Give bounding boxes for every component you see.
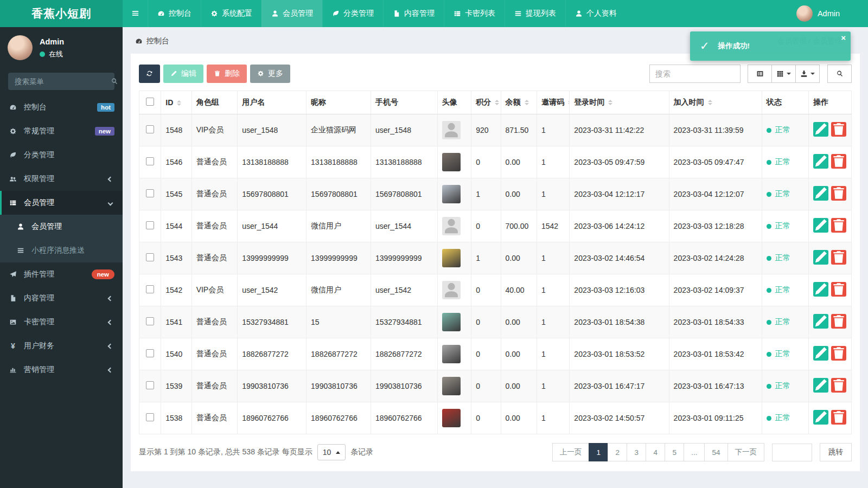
avatar [796,5,813,22]
table-search-input[interactable] [649,65,741,83]
close-icon[interactable]: × [841,33,846,42]
sidebar-item-3[interactable]: 权限管理 [0,167,123,191]
list-icon [514,9,522,18]
toolbar-delete-button[interactable]: 删除 [207,65,247,83]
delete-button[interactable] [831,186,846,201]
row-checkbox[interactable] [146,413,154,421]
next-page-button[interactable]: 下一页 [727,443,765,461]
search-button[interactable] [827,65,852,83]
delete-button[interactable] [831,378,846,393]
page-button-1[interactable]: 1 [589,443,608,461]
jump-page-input[interactable] [772,444,812,461]
nav-item-3[interactable]: 分类管理 [322,0,383,27]
dashboard-icon [157,9,165,18]
sidebar: Admin 在线 控制台hot常规管理new分类管理权限管理会员管理会员管理小程… [0,27,123,488]
menu-search-input[interactable] [15,78,111,86]
page-button-54[interactable]: 54 [704,443,727,461]
column-header[interactable]: 加入时间 [669,91,762,114]
sidebar-item-0[interactable]: 控制台hot [0,95,123,119]
toolbar-edit-button[interactable]: 编辑 [163,65,203,83]
sort-icon[interactable] [525,100,529,105]
delete-button[interactable] [831,282,846,297]
edit-button[interactable] [813,410,828,425]
columns-button[interactable] [771,65,796,83]
edit-button[interactable] [813,282,828,297]
nav-item-7[interactable]: 个人资料 [565,0,626,27]
sidebar-item-4[interactable]: 会员管理 [0,191,123,215]
rocket-icon [8,270,18,279]
row-checkbox[interactable] [146,157,154,165]
column-header[interactable]: 余额 [501,91,537,114]
cell-role: 普通会员 [192,402,238,434]
page-button-...[interactable]: ... [684,443,705,461]
jump-button[interactable]: 跳转 [820,443,852,461]
leaf-icon [8,151,18,159]
sort-icon[interactable] [495,100,499,105]
column-header[interactable]: ID [161,91,192,114]
delete-button[interactable] [831,122,846,137]
sidebar-item-7[interactable]: 卡密管理 [0,310,123,334]
search-icon[interactable] [111,77,118,86]
toggle-detail-view-button[interactable] [748,65,772,83]
edit-button[interactable] [813,346,828,361]
row-checkbox[interactable] [146,349,154,357]
cell-phone: user_1542 [371,274,437,306]
nav-item-4[interactable]: 内容管理 [383,0,444,27]
sidebar-item-2[interactable]: 分类管理 [0,143,123,167]
export-button[interactable] [795,65,820,83]
sidebar-toggle-button[interactable] [123,0,148,27]
column-header[interactable]: 积分 [471,91,501,114]
column-header: 角色组 [192,91,238,114]
delete-button[interactable] [831,250,846,265]
sidebar-item-9[interactable]: 营销管理 [0,358,123,382]
page-button-2[interactable]: 2 [608,443,627,461]
sort-icon[interactable] [708,100,712,105]
edit-button[interactable] [813,186,828,201]
page-button-4[interactable]: 4 [646,443,665,461]
table-footer: 显示第 1 到第 10 条记录, 总共 538 条记录 每页显示 10 条记录 … [139,443,852,461]
edit-button[interactable] [813,314,828,329]
row-checkbox[interactable] [146,221,154,229]
navbar-user[interactable]: Admin [796,5,840,22]
row-checkbox[interactable] [146,253,154,261]
nav-item-6[interactable]: 提现列表 [505,0,565,27]
sort-icon[interactable] [177,100,181,106]
row-checkbox[interactable] [146,189,154,197]
edit-button[interactable] [813,154,828,169]
sidebar-item-8[interactable]: ¥用户财务 [0,334,123,358]
avatar-image [442,345,461,363]
row-checkbox[interactable] [146,285,154,293]
row-checkbox[interactable] [146,317,154,325]
edit-button[interactable] [813,250,828,265]
select-all-checkbox[interactable] [146,98,154,106]
delete-button[interactable] [831,346,846,361]
row-checkbox[interactable] [146,125,154,133]
sidebar-subitem-1[interactable]: 小程序消息推送 [0,239,123,262]
page-button-5[interactable]: 5 [665,443,684,461]
delete-button[interactable] [831,218,846,233]
edit-button[interactable] [813,378,828,393]
sidebar-item-1[interactable]: 常规管理new [0,119,123,143]
page-size-select[interactable]: 10 [317,444,346,460]
sort-icon[interactable] [608,100,612,105]
nav-item-5[interactable]: 卡密列表 [444,0,505,27]
delete-button[interactable] [831,154,846,169]
chevron-down-icon [787,73,791,75]
row-checkbox[interactable] [146,381,154,389]
sidebar-item-5[interactable]: 插件管理new [0,262,123,286]
nav-item-2[interactable]: 会员管理 [261,0,322,27]
nav-item-0[interactable]: 控制台 [148,0,201,27]
nav-item-1[interactable]: 系统配置 [201,0,261,27]
edit-button[interactable] [813,218,828,233]
edit-button[interactable] [813,122,828,137]
column-header[interactable]: 邀请码 [537,91,569,114]
toolbar-refresh-button[interactable] [139,65,160,83]
delete-button[interactable] [831,314,846,329]
column-header[interactable]: 登录时间 [570,91,669,114]
sidebar-item-6[interactable]: 内容管理 [0,286,123,310]
toolbar-more-button[interactable]: 更多 [250,65,290,83]
delete-button[interactable] [831,410,846,425]
prev-page-button[interactable]: 上一页 [552,443,590,461]
page-button-3[interactable]: 3 [627,443,646,461]
sidebar-subitem-0[interactable]: 会员管理 [0,215,123,239]
